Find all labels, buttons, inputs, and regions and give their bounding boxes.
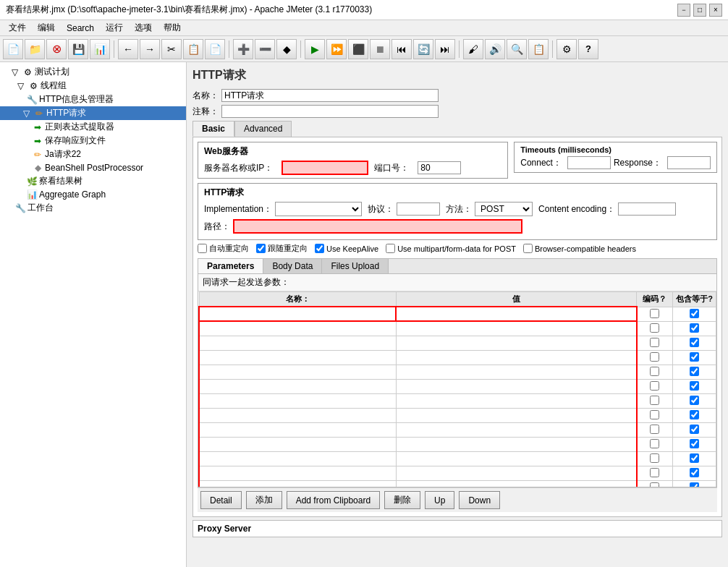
sub-tab-parameters[interactable]: Parameters: [198, 259, 263, 273]
param-value-cell[interactable]: [396, 393, 636, 408]
param-value-cell[interactable]: [396, 437, 636, 451]
sidebar-item-workbench[interactable]: 🔧 工作台: [0, 201, 186, 215]
param-name-cell[interactable]: [199, 451, 396, 466]
toolbar-search[interactable]: 🔍: [507, 39, 527, 59]
maximize-button[interactable]: □: [693, 4, 706, 17]
connect-input[interactable]: [567, 156, 611, 169]
toolbar-new[interactable]: 📄: [3, 39, 23, 59]
menu-file[interactable]: 文件: [3, 20, 32, 35]
param-value-cell[interactable]: [396, 379, 636, 393]
include-checkbox[interactable]: [690, 439, 699, 448]
include-checkbox[interactable]: [690, 410, 699, 419]
toolbar-stop[interactable]: ⬛: [348, 39, 368, 59]
comment-input[interactable]: [221, 105, 439, 118]
toolbar-copy[interactable]: 📋: [183, 39, 203, 59]
include-checkbox[interactable]: [690, 381, 699, 391]
path-input[interactable]: [233, 219, 522, 234]
param-name-cell[interactable]: [199, 321, 396, 336]
param-value-cell[interactable]: [396, 350, 636, 364]
toolbar-speaker[interactable]: 🔊: [485, 39, 505, 59]
toolbar-brush[interactable]: 🖌: [463, 39, 483, 59]
checkbox-multipart[interactable]: Use multipart/form-data for POST: [386, 244, 516, 253]
toolbar-save[interactable]: 💾: [68, 39, 88, 59]
delete-button[interactable]: 删除: [384, 491, 420, 509]
checkbox-follow-redirect[interactable]: 跟随重定向: [256, 243, 308, 254]
toolbar-settings[interactable]: ⚙: [556, 39, 577, 59]
toolbar-help[interactable]: ?: [578, 39, 598, 59]
toolbar-remote-start[interactable]: 🔄: [413, 39, 433, 59]
param-value-cell[interactable]: [396, 422, 636, 437]
encode-checkbox[interactable]: [650, 453, 659, 463]
sidebar-item-test-plan[interactable]: ▽ ⚙ 测试计划: [0, 65, 186, 79]
toolbar-play-no-pause[interactable]: ⏩: [326, 39, 347, 59]
param-name-cell[interactable]: [199, 350, 396, 364]
port-input[interactable]: [418, 161, 461, 174]
menu-edit[interactable]: 编辑: [32, 20, 61, 35]
tab-basic[interactable]: Basic: [192, 121, 234, 137]
include-checkbox[interactable]: [690, 396, 699, 405]
include-checkbox[interactable]: [690, 468, 699, 477]
param-name-cell[interactable]: [199, 422, 396, 437]
add-from-clipboard-button[interactable]: Add from Clipboard: [287, 491, 380, 509]
sub-tab-body-data[interactable]: Body Data: [263, 259, 322, 273]
param-value-cell[interactable]: [396, 307, 636, 321]
sidebar-item-http-header[interactable]: 🔧 HTTP信息头管理器: [0, 93, 186, 106]
toolbar-remove[interactable]: ➖: [255, 39, 275, 59]
toolbar-redo[interactable]: →: [140, 39, 160, 59]
param-name-cell[interactable]: [199, 379, 396, 393]
close-button[interactable]: ×: [709, 4, 722, 17]
param-value-cell[interactable]: [396, 364, 636, 379]
param-name-cell[interactable]: [199, 480, 396, 487]
menu-options[interactable]: 选项: [129, 20, 158, 35]
param-name-cell[interactable]: [199, 393, 396, 408]
encode-checkbox[interactable]: [650, 352, 659, 362]
include-checkbox[interactable]: [690, 367, 699, 376]
encoding-input[interactable]: [618, 202, 676, 216]
sidebar-item-regex[interactable]: ➡ 正则表达式提取器: [0, 120, 186, 134]
toolbar-fast-forward[interactable]: ⏭: [435, 39, 455, 59]
toolbar-paste[interactable]: 📄: [205, 39, 225, 59]
down-button[interactable]: Down: [459, 491, 500, 509]
toolbar-open[interactable]: 📁: [25, 39, 45, 59]
auto-redirect-checkbox[interactable]: [198, 244, 207, 253]
include-checkbox[interactable]: [690, 352, 699, 362]
param-name-cell[interactable]: [199, 466, 396, 480]
tab-advanced[interactable]: Advanced: [234, 121, 292, 137]
menu-search[interactable]: Search: [61, 22, 100, 35]
sidebar-item-thread-group[interactable]: ▽ ⚙ 线程组: [0, 79, 186, 93]
name-input[interactable]: [221, 89, 439, 102]
up-button[interactable]: Up: [425, 491, 454, 509]
toolbar-add[interactable]: ➕: [233, 39, 253, 59]
encode-checkbox[interactable]: [650, 323, 659, 333]
encode-checkbox[interactable]: [650, 381, 659, 391]
param-value-cell[interactable]: [396, 451, 636, 466]
param-name-cell[interactable]: [199, 336, 396, 350]
encode-checkbox[interactable]: [650, 468, 659, 477]
encode-checkbox[interactable]: [650, 482, 659, 487]
encode-checkbox[interactable]: [650, 425, 659, 434]
add-button[interactable]: 添加: [246, 491, 282, 509]
keepalive-checkbox[interactable]: [315, 244, 324, 253]
param-value-cell[interactable]: [396, 480, 636, 487]
encode-checkbox[interactable]: [650, 309, 659, 318]
param-name-cell[interactable]: [199, 364, 396, 379]
impl-select[interactable]: [275, 202, 362, 216]
sidebar-item-save-response[interactable]: ➡ 保存响应到文件: [0, 134, 186, 148]
include-checkbox[interactable]: [690, 309, 699, 318]
toolbar-template[interactable]: 📋: [528, 39, 549, 59]
menu-help[interactable]: 帮助: [158, 20, 187, 35]
browser-compat-checkbox[interactable]: [523, 244, 533, 253]
toolbar-cut[interactable]: ✂: [161, 39, 182, 59]
checkbox-keepalive[interactable]: Use KeepAlive: [315, 244, 378, 253]
menu-run[interactable]: 运行: [100, 20, 129, 35]
param-value-cell[interactable]: [396, 321, 636, 336]
follow-redirect-checkbox[interactable]: [256, 244, 266, 253]
checkbox-browser-compat[interactable]: Browser-compatible headers: [523, 244, 636, 253]
toolbar-shutdown[interactable]: ⏹: [370, 39, 390, 59]
toolbar-saveas[interactable]: 📊: [90, 39, 110, 59]
server-input[interactable]: [282, 161, 368, 175]
toolbar-close[interactable]: ⊗: [46, 39, 67, 59]
param-name-cell[interactable]: [199, 307, 396, 321]
encode-checkbox[interactable]: [650, 338, 659, 347]
include-checkbox[interactable]: [690, 453, 699, 463]
